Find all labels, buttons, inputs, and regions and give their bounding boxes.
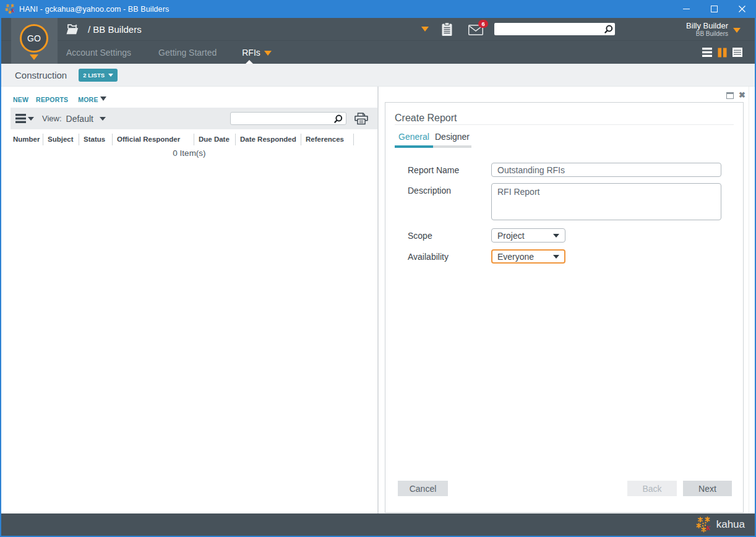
next-button[interactable]: Next bbox=[683, 481, 732, 496]
availability-select[interactable]: Everyone bbox=[491, 249, 565, 264]
scope-label: Scope bbox=[408, 228, 491, 241]
list-search-icon[interactable] bbox=[334, 114, 343, 123]
footer: K kahua bbox=[1, 513, 755, 536]
rfi-list-panel: NEW REPORTS MORE View: Default bbox=[1, 87, 377, 513]
reports-action[interactable]: REPORTS bbox=[36, 95, 68, 105]
list-header: Number Subject Status Official Responder… bbox=[11, 133, 377, 145]
scope-caret-icon bbox=[553, 234, 559, 238]
cancel-button[interactable]: Cancel bbox=[398, 481, 448, 496]
svg-text:K: K bbox=[705, 524, 710, 531]
availability-caret-icon bbox=[553, 255, 559, 259]
nav-account-settings[interactable]: Account Settings bbox=[66, 48, 131, 58]
popout-icon[interactable] bbox=[726, 92, 734, 99]
window-title: HANI - gckahua@yahoo.com - BB Builders bbox=[19, 5, 169, 14]
maximize-button[interactable] bbox=[700, 0, 728, 18]
report-name-label: Report Name bbox=[408, 163, 491, 175]
tab-general[interactable]: General bbox=[395, 129, 433, 148]
project-name: Construction bbox=[15, 70, 67, 80]
scope-select[interactable]: Project bbox=[491, 228, 565, 243]
view-dropdown-icon[interactable] bbox=[100, 117, 106, 121]
messages-badge: 6 bbox=[478, 20, 488, 28]
column-subject[interactable]: Subject bbox=[43, 134, 79, 145]
subheader: Construction 2 LISTS bbox=[1, 64, 755, 87]
lists-dropdown-icon bbox=[108, 74, 113, 77]
minimize-button[interactable] bbox=[672, 0, 700, 18]
user-dropdown-icon[interactable] bbox=[733, 28, 741, 33]
view-label: View: bbox=[42, 114, 62, 123]
rfis-dropdown-icon[interactable] bbox=[264, 51, 272, 56]
kahua-brand-name: kahua bbox=[716, 518, 745, 531]
global-search bbox=[494, 23, 615, 35]
menu-icon bbox=[15, 114, 26, 123]
more-dropdown-icon[interactable] bbox=[100, 97, 106, 101]
titlebar: K HANI - gckahua@yahoo.com - BB Builders bbox=[0, 0, 756, 18]
lists-button[interactable]: 2 LISTS bbox=[79, 69, 118, 82]
nav-rfis[interactable]: RFIs bbox=[242, 48, 260, 58]
column-official-responder[interactable]: Official Responder bbox=[113, 134, 194, 145]
list-search-input[interactable] bbox=[231, 114, 334, 123]
panel-title: Create Report bbox=[395, 113, 734, 123]
close-button[interactable] bbox=[728, 0, 756, 18]
column-due-date[interactable]: Due Date bbox=[194, 134, 236, 145]
breadcrumb-dropdown-icon[interactable] bbox=[421, 27, 429, 32]
print-icon[interactable] bbox=[354, 113, 368, 125]
app-window: K HANI - gckahua@yahoo.com - BB Builders bbox=[0, 0, 756, 537]
view-selector[interactable]: Default bbox=[66, 114, 93, 124]
user-org: BB Builders bbox=[696, 30, 728, 37]
search-icon[interactable] bbox=[604, 25, 613, 33]
messages-icon[interactable]: 6 bbox=[468, 23, 484, 35]
new-action[interactable]: NEW bbox=[13, 95, 28, 105]
layout-list-icon[interactable] bbox=[732, 48, 742, 57]
menu-caret-icon bbox=[28, 117, 34, 121]
back-button[interactable]: Back bbox=[627, 481, 677, 496]
go-logo-text: GO bbox=[27, 33, 41, 43]
create-report-panel: ✖ Create Report General Designer Report … bbox=[380, 87, 755, 513]
tasks-icon[interactable] bbox=[441, 22, 453, 37]
more-action[interactable]: MORE bbox=[78, 95, 98, 105]
go-logo[interactable]: GO bbox=[11, 18, 58, 64]
description-input[interactable] bbox=[491, 183, 721, 220]
column-date-responded[interactable]: Date Responded bbox=[236, 134, 301, 145]
user-menu[interactable]: Billy Builder BB Builders bbox=[686, 22, 741, 37]
nav-getting-started[interactable]: Getting Started bbox=[158, 48, 217, 58]
folder-icon[interactable] bbox=[66, 24, 80, 35]
user-name: Billy Builder bbox=[686, 22, 728, 30]
kahua-app-icon: K bbox=[5, 4, 15, 14]
list-toolbar: View: Default bbox=[11, 108, 377, 129]
column-references[interactable]: References bbox=[301, 134, 354, 145]
active-tab-notch bbox=[246, 60, 253, 64]
kahua-logo-icon: K bbox=[696, 517, 712, 533]
app-header: / BB Builders bbox=[1, 18, 755, 64]
list-menu-button[interactable] bbox=[15, 114, 34, 123]
column-status[interactable]: Status bbox=[79, 134, 113, 145]
list-search bbox=[230, 112, 346, 125]
global-search-input[interactable] bbox=[494, 24, 604, 34]
column-number[interactable]: Number bbox=[11, 134, 43, 145]
tab-designer[interactable]: Designer bbox=[433, 129, 471, 148]
description-label: Description bbox=[408, 183, 491, 195]
layout-rows-icon[interactable] bbox=[702, 48, 712, 57]
svg-text:K: K bbox=[11, 9, 15, 14]
layout-columns-icon[interactable] bbox=[718, 48, 727, 58]
availability-label: Availability bbox=[408, 249, 491, 262]
report-name-input[interactable] bbox=[491, 163, 721, 177]
breadcrumb[interactable]: / BB Builders bbox=[88, 24, 142, 35]
panel-close-icon[interactable]: ✖ bbox=[739, 92, 745, 99]
items-count: 0 Item(s) bbox=[1, 148, 377, 158]
